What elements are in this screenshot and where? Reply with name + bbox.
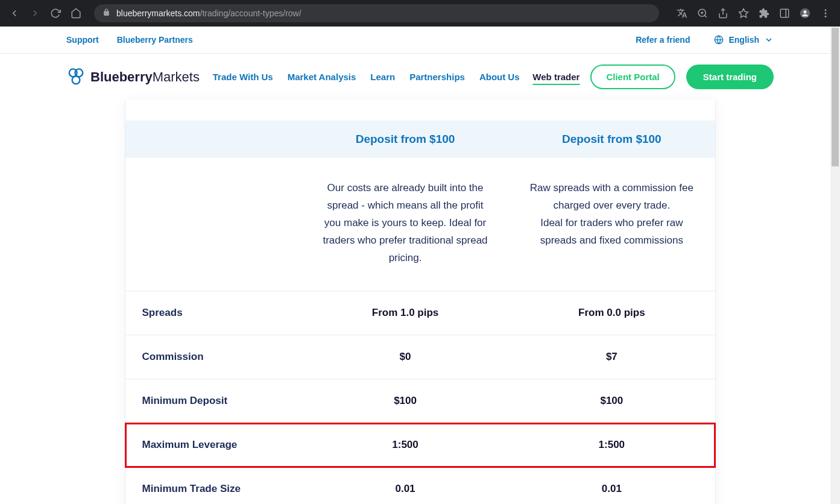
profile-icon[interactable] xyxy=(797,5,813,22)
desc-col-a: Our costs are already built into the spr… xyxy=(302,180,508,266)
comparison-table: Deposit from $100 Deposit from $100 Our … xyxy=(125,100,716,504)
scrollbar-thumb[interactable] xyxy=(832,28,839,166)
nav-partnerships[interactable]: Partnerships xyxy=(409,72,465,82)
svg-point-10 xyxy=(825,9,827,11)
table-row: Commission $0 $7 xyxy=(125,335,715,379)
page-viewport: ▲ Support Blueberry Partners Refer a fri… xyxy=(0,27,840,504)
support-link[interactable]: Support xyxy=(66,35,99,45)
nav-about[interactable]: About Us xyxy=(479,72,520,82)
reload-button[interactable] xyxy=(47,5,64,22)
zoom-icon[interactable] xyxy=(694,5,711,22)
logo[interactable]: BlueberryMarkets xyxy=(66,68,200,87)
language-selector[interactable]: English xyxy=(714,35,774,45)
table-row: Minimum Deposit $100 $100 xyxy=(125,379,715,423)
language-label: English xyxy=(728,35,759,45)
row-label: Commission xyxy=(125,351,302,363)
logo-text: BlueberryMarkets xyxy=(90,69,200,85)
share-icon[interactable] xyxy=(715,5,731,22)
globe-icon xyxy=(714,35,724,45)
partners-link[interactable]: Blueberry Partners xyxy=(117,35,193,45)
deposit-col-a: Deposit from $100 xyxy=(302,133,508,146)
deposit-col-b: Deposit from $100 xyxy=(508,133,715,146)
row-val-a: 0.01 xyxy=(302,483,508,495)
back-button[interactable] xyxy=(6,5,23,22)
desc-col-b: Raw spreads with a commission fee charge… xyxy=(508,180,715,266)
translate-icon[interactable] xyxy=(674,5,690,22)
client-portal-button[interactable]: Client Portal xyxy=(590,65,675,89)
row-label: Maximum Leverage xyxy=(125,439,302,451)
home-button[interactable] xyxy=(68,5,84,22)
start-trading-button[interactable]: Start trading xyxy=(686,65,774,89)
chevron-down-icon xyxy=(764,35,774,45)
url-path: /trading/account-types/row/ xyxy=(200,8,302,18)
logo-icon xyxy=(66,68,86,87)
svg-point-17 xyxy=(72,76,80,84)
row-label: Minimum Deposit xyxy=(125,395,302,407)
browser-toolbar: blueberrymarkets.com/trading/account-typ… xyxy=(0,0,840,27)
header-nav: BlueberryMarkets Trade With Us Market An… xyxy=(0,54,840,100)
svg-marker-5 xyxy=(739,9,748,17)
deposit-row: Deposit from $100 Deposit from $100 xyxy=(125,121,715,158)
web-trader-link[interactable]: Web trader xyxy=(532,72,579,82)
svg-line-3 xyxy=(704,15,706,17)
extensions-icon[interactable] xyxy=(756,5,772,22)
row-val-b: $7 xyxy=(508,351,715,363)
row-val-a: 1:500 xyxy=(302,439,508,451)
forward-button[interactable] xyxy=(27,5,43,22)
row-val-a: $100 xyxy=(302,395,508,407)
lock-icon xyxy=(103,8,110,18)
bookmark-icon[interactable] xyxy=(735,5,752,22)
row-val-a: From 1.0 pips xyxy=(302,307,508,319)
row-val-a: $0 xyxy=(302,351,508,363)
row-val-b: 0.01 xyxy=(508,483,715,495)
row-label: Minimum Trade Size xyxy=(125,483,302,495)
table-row: Minimum Trade Size 0.01 0.01 xyxy=(125,467,715,504)
menu-icon[interactable] xyxy=(817,5,834,22)
row-val-b: 1:500 xyxy=(508,439,715,451)
svg-point-12 xyxy=(825,16,827,17)
svg-rect-6 xyxy=(780,9,789,17)
svg-point-11 xyxy=(825,13,827,14)
row-val-b: $100 xyxy=(508,395,715,407)
svg-point-9 xyxy=(803,10,806,13)
nav-learn[interactable]: Learn xyxy=(370,72,395,82)
nav-trade[interactable]: Trade With Us xyxy=(213,72,273,82)
description-row: Our costs are already built into the spr… xyxy=(125,158,715,291)
side-panel-icon[interactable] xyxy=(776,5,793,22)
url-bar[interactable]: blueberrymarkets.com/trading/account-typ… xyxy=(94,4,659,22)
refer-friend-link[interactable]: Refer a friend xyxy=(636,35,690,45)
row-label: Spreads xyxy=(125,307,302,319)
url-domain: blueberrymarkets.com xyxy=(116,8,200,18)
table-row: Spreads From 1.0 pips From 0.0 pips xyxy=(125,291,715,335)
topbar: Support Blueberry Partners Refer a frien… xyxy=(0,27,840,54)
row-val-b: From 0.0 pips xyxy=(508,307,715,319)
scrollbar[interactable]: ▲ xyxy=(830,27,840,504)
table-row-highlighted: Maximum Leverage 1:500 1:500 xyxy=(125,423,715,467)
nav-analysis[interactable]: Market Analysis xyxy=(288,72,356,82)
